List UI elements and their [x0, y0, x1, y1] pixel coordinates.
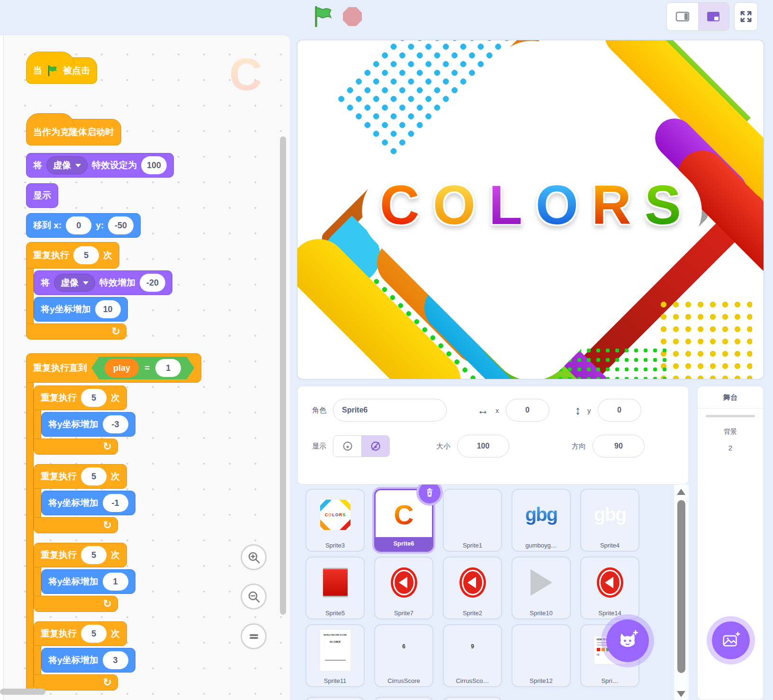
sprite-tile[interactable]: WORLD RECORD SCORESCORE Sprite11	[306, 624, 365, 687]
vertical-scrollbar[interactable]	[280, 136, 286, 615]
change-effect-block[interactable]: 将 虚像 特效增加 -20	[34, 270, 172, 295]
sprite-tile[interactable]: Sprite10	[512, 556, 571, 619]
sprite-tile[interactable]: 9 CirrusSco…	[443, 624, 502, 687]
eye-icon	[342, 440, 353, 452]
code-workspace[interactable]: C 当 被点击 当作为克隆体启动时 将 虚像 特效设定为 100 显示 移到 x…	[0, 35, 290, 700]
change-y-block[interactable]: 将y坐标增加 -3	[41, 412, 135, 437]
x-label: x	[495, 406, 499, 414]
sprite-tile[interactable]: 6 CirrusScore	[374, 624, 433, 687]
sprite-tile[interactable]: C Sprite6	[374, 489, 433, 552]
sprite-tile[interactable]: Sprite14	[580, 556, 639, 619]
sprite-tile-name: Sprite5	[306, 610, 364, 617]
repeat-arrow-icon: ↻	[103, 441, 112, 452]
add-backdrop-button[interactable]	[712, 621, 750, 659]
dy-input[interactable]: 1	[103, 573, 128, 591]
y-position-input[interactable]: 0	[598, 399, 641, 422]
sprite-tile[interactable]	[306, 697, 365, 700]
repeat-times-input[interactable]: 5	[73, 246, 99, 264]
dy-input[interactable]: 3	[103, 651, 128, 669]
repeat-block[interactable]: 重复执行 5 次 将y坐标增加 -1 ↻	[34, 464, 135, 533]
repeat-times-input[interactable]: 5	[81, 389, 107, 407]
sprite-tile[interactable]: Sprite5	[306, 556, 365, 619]
repeat-times-input[interactable]: 5	[81, 546, 107, 564]
repeat-block[interactable]: 重复执行 5 次 将 虚像 特效增加 -20 将y坐标增加 10	[26, 242, 172, 340]
repeat-block[interactable]: 重复执行 5 次 将y坐标增加 3 ↻	[34, 621, 135, 691]
stage-letter: R	[592, 178, 631, 233]
y-label: y	[587, 406, 591, 414]
green-flag-icon[interactable]	[313, 6, 333, 27]
horizontal-scrollbar[interactable]	[0, 689, 45, 695]
scrollbar-thumb[interactable]	[677, 500, 685, 673]
zoom-in-button[interactable]	[241, 544, 267, 570]
cat-icon	[616, 629, 639, 652]
hide-button[interactable]	[361, 436, 389, 457]
dy-input[interactable]: -3	[103, 415, 128, 433]
size-input[interactable]: 100	[457, 435, 509, 458]
change-y-block[interactable]: 将y坐标增加 -1	[41, 491, 135, 515]
sprite-tile[interactable]: Sprite7	[374, 556, 433, 619]
stop-sign-icon[interactable]	[343, 7, 362, 26]
letter-c-thumb: C	[394, 499, 414, 530]
scroll-up-icon[interactable]	[677, 489, 685, 495]
compare-value-input[interactable]: 1	[155, 359, 181, 377]
dy-input[interactable]: 10	[95, 300, 121, 318]
repeat-block[interactable]: 重复执行 5 次 将y坐标增加 1 ↻	[34, 543, 135, 612]
when-start-as-clone-block[interactable]: 当作为克隆体启动时	[26, 119, 121, 145]
sprite-list: COLORS Sprite3C Sprite6 Sprite1gbg gumbo…	[297, 485, 689, 700]
repeat-times-input[interactable]: 5	[81, 467, 107, 485]
sprite-tile[interactable]	[374, 697, 433, 700]
large-stage-button[interactable]	[698, 3, 729, 30]
change-y-block[interactable]: 将y坐标增加 1	[41, 569, 135, 594]
backdrop-count: 2	[698, 444, 763, 452]
loop-footer: ↻	[26, 323, 126, 340]
sprite-tile[interactable]: Sprite12	[512, 624, 571, 687]
change-y-block[interactable]: 将y坐标增加 3	[41, 648, 135, 673]
sprite-name-input[interactable]: Sprite6	[333, 399, 447, 422]
gbg-logo-blue: gbg	[525, 504, 557, 525]
loop-footer: ↻	[34, 439, 118, 455]
change-y-block[interactable]: 将y坐标增加 10	[34, 297, 128, 322]
y-input[interactable]: -50	[108, 216, 134, 234]
sprite-tile[interactable]: gbg Sprite4	[580, 489, 639, 552]
set-effect-block[interactable]: 将 虚像 特效设定为 100	[26, 153, 174, 178]
fullscreen-button[interactable]	[734, 2, 758, 31]
sprite-tile[interactable]: COLORS Sprite3	[306, 489, 365, 552]
ghost-sprite-preview: C	[229, 48, 262, 100]
effect-delta-input[interactable]: -20	[140, 274, 165, 292]
scroll-down-icon[interactable]	[677, 691, 685, 697]
show-block[interactable]: 显示	[26, 183, 58, 208]
sprite-tile[interactable]	[443, 697, 502, 700]
zoom-reset-button[interactable]	[241, 623, 267, 649]
sprite-tile-name: Sprite14	[581, 610, 638, 617]
effect-dropdown[interactable]: 虚像	[46, 156, 88, 174]
variable-play[interactable]: play	[105, 359, 139, 377]
repeat-block[interactable]: 重复执行 5 次 将y坐标增加 -3 ↻	[34, 386, 135, 455]
effect-dropdown[interactable]: 虚像	[54, 274, 95, 292]
delete-sprite-button[interactable]	[419, 485, 440, 503]
repeat-until-block[interactable]: 重复执行直到 play = 1 重复执行 5 次 将y坐标增加 -3	[26, 353, 201, 693]
add-sprite-button[interactable]	[606, 619, 649, 662]
goto-xy-block[interactable]: 移到 x: 0 y: -50	[26, 213, 141, 238]
sprite-tile[interactable]: Sprite1	[443, 489, 502, 552]
zoom-out-button[interactable]	[241, 583, 267, 610]
chevron-down-icon	[75, 164, 81, 167]
direction-input[interactable]: 90	[593, 435, 645, 458]
x-position-input[interactable]: 0	[506, 399, 549, 422]
trash-icon	[424, 487, 435, 498]
sprite-list-scrollbar[interactable]	[674, 485, 689, 700]
sprite-tile-name: Sprite2	[444, 610, 501, 617]
small-stage-button[interactable]	[667, 3, 698, 30]
sprite-tile[interactable]: gbg gumboyg…	[512, 489, 571, 552]
score-card-thumb: WORLD RECORD SCORESCORE	[320, 630, 351, 671]
digit-thumb: 9	[471, 643, 474, 650]
dy-input[interactable]: -1	[103, 494, 128, 512]
red-square-thumb	[323, 568, 348, 597]
sprite-tile-name: gumboyg…	[512, 542, 570, 549]
equals-condition[interactable]: play = 1	[91, 357, 194, 379]
x-input[interactable]: 0	[66, 216, 91, 234]
repeat-times-input[interactable]: 5	[81, 625, 107, 643]
when-flag-clicked-block[interactable]: 当 被点击	[26, 57, 97, 84]
effect-value-input[interactable]: 100	[141, 156, 167, 174]
sprite-tile[interactable]: Sprite2	[443, 556, 502, 619]
show-button[interactable]	[333, 436, 361, 457]
